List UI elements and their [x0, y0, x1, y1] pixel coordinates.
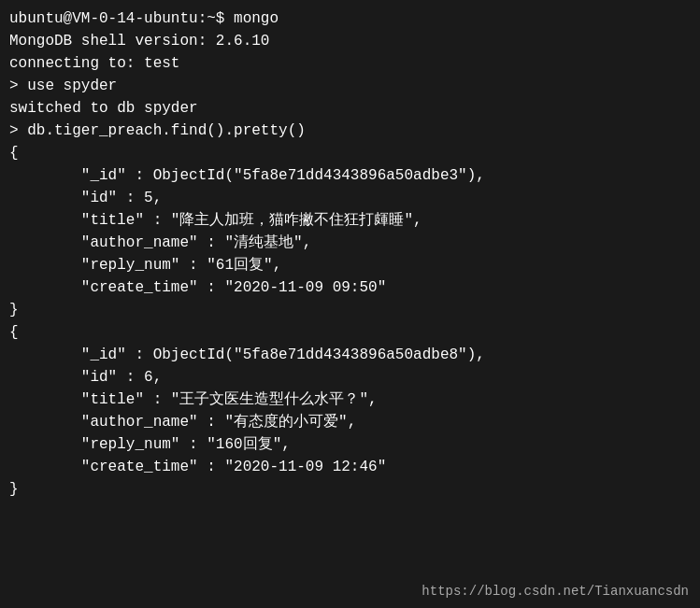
line-4: > use spyder	[9, 75, 691, 97]
line-13: "create_time" : "2020-11-09 09:50"	[9, 276, 691, 299]
line-21: "create_time" : "2020-11-09 12:46"	[9, 456, 691, 478]
line-11: "author_name" : "清纯基地",	[9, 232, 691, 254]
footer-url: https://blog.csdn.net/Tianxuancsdn	[421, 584, 689, 599]
line-14: }	[9, 299, 691, 321]
line-18: "title" : "王子文医生造型什么水平？",	[9, 389, 691, 411]
line-5: switched to db spyder	[9, 97, 691, 120]
line-20: "reply_num" : "160回复",	[9, 433, 691, 456]
line-6: > db.tiger_preach.find().pretty()	[9, 120, 691, 142]
line-8: "_id" : ObjectId("5fa8e71dd4343896a50adb…	[9, 164, 691, 187]
line-2: MongoDB shell version: 2.6.10	[9, 30, 691, 52]
line-16: "_id" : ObjectId("5fa8e71dd4343896a50adb…	[9, 344, 691, 366]
line-19: "author_name" : "有态度的小可爱",	[9, 411, 691, 433]
line-1: ubuntu@VM-0-14-ubuntu:~$ mongo	[9, 7, 691, 30]
line-17: "id" : 6,	[9, 366, 691, 389]
line-12: "reply_num" : "61回复",	[9, 254, 691, 276]
line-3: connecting to: test	[9, 52, 691, 75]
line-10: "title" : "降主人加班，猫咋撇不住狂打皹睡",	[9, 209, 691, 232]
terminal-window: ubuntu@VM-0-14-ubuntu:~$ mongo MongoDB s…	[0, 0, 700, 608]
line-15: {	[9, 321, 691, 344]
line-9: "id" : 5,	[9, 187, 691, 209]
line-22: }	[9, 478, 691, 501]
line-7: {	[9, 142, 691, 164]
